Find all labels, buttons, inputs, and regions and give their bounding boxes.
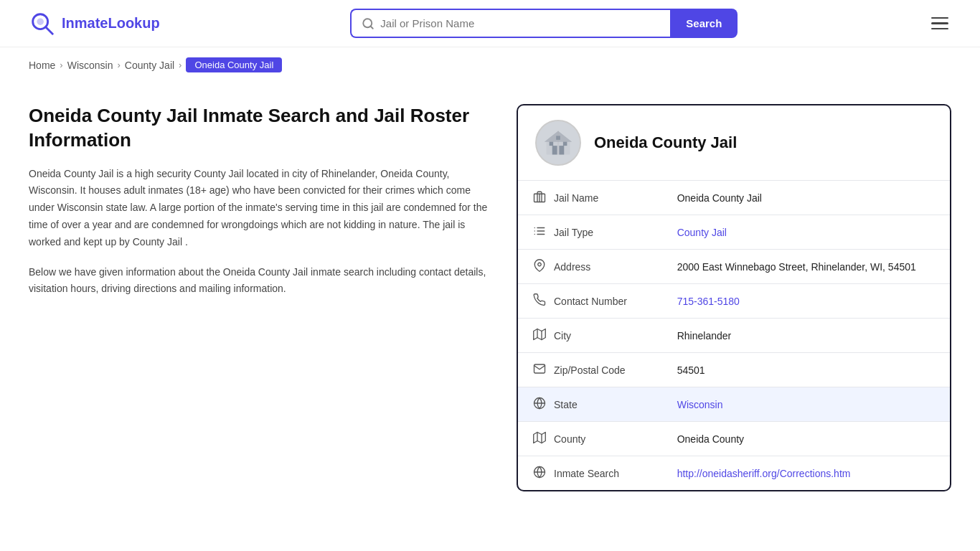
svg-rect-7 [552, 146, 557, 154]
row-label-address: Address [532, 259, 657, 274]
row-value-county: Oneida County [663, 422, 950, 456]
row-label-text: State [554, 399, 578, 410]
row-link-state[interactable]: Wisconsin [677, 399, 723, 410]
site-header: InmateLookup Search [0, 0, 980, 47]
card-title: Oneida County Jail [594, 133, 737, 152]
card-header: Oneida County Jail [518, 105, 950, 181]
row-value-jail-type[interactable]: County Jail [663, 215, 950, 250]
logo-icon [29, 10, 56, 37]
breadcrumb-home[interactable]: Home [29, 60, 55, 71]
svg-point-21 [538, 263, 542, 266]
phone-icon [532, 293, 547, 309]
breadcrumb-current: Oneida County Jail [186, 57, 282, 72]
main-layout: Oneida County Jail Inmate Search and Jai… [0, 83, 980, 534]
page-description-2: Below we have given information about th… [29, 264, 488, 298]
jail-building-icon [542, 127, 574, 159]
hamburger-line-3 [931, 28, 948, 30]
search-bar: Search [350, 9, 738, 38]
row-value-inmate-search[interactable]: http://oneidasheriff.org/Corrections.htm [663, 456, 950, 491]
pin-icon [532, 259, 547, 274]
row-label-text: Inmate Search [554, 468, 619, 479]
globe-icon [532, 397, 547, 412]
page-title: Oneida County Jail Inmate Search and Jai… [29, 104, 488, 153]
row-label-jail-name: Jail Name [532, 190, 657, 205]
table-row: Contact Number715-361-5180 [518, 284, 950, 319]
logo-text: InmateLookup [62, 15, 160, 32]
logo-link[interactable]: InmateLookup [29, 10, 160, 37]
row-label-text: County [554, 433, 585, 445]
table-row: CountyOneida County [518, 422, 950, 456]
row-label-text: City [554, 330, 571, 342]
row-value-jail-name: Oneida County Jail [663, 181, 950, 215]
breadcrumb: Home › Wisconsin › County Jail › Oneida … [0, 47, 980, 83]
table-row: Jail NameOneida County Jail [518, 181, 950, 215]
row-link-contact[interactable]: 715-361-5180 [677, 296, 740, 307]
row-value-contact[interactable]: 715-361-5180 [663, 284, 950, 319]
hamburger-line-2 [931, 22, 948, 24]
table-row: CityRhinelander [518, 319, 950, 353]
row-label-contact: Contact Number [532, 293, 657, 309]
building-icon [532, 190, 547, 205]
row-value-address: 2000 East Winnebago Street, Rhinelander,… [663, 250, 950, 284]
table-row: Jail TypeCounty Jail [518, 215, 950, 250]
svg-rect-10 [563, 142, 567, 146]
hamburger-menu-button[interactable] [928, 14, 951, 33]
row-label-text: Zip/Postal Code [554, 364, 626, 376]
search-button[interactable]: Search [670, 9, 738, 38]
table-row: Zip/Postal Code54501 [518, 353, 950, 387]
row-label-state: State [532, 397, 657, 412]
row-label-jail-type: Jail Type [532, 225, 657, 240]
row-label-county: County [532, 431, 657, 446]
mail-icon [532, 362, 547, 377]
table-row: StateWisconsin [518, 387, 950, 422]
row-label-zip: Zip/Postal Code [532, 362, 657, 377]
breadcrumb-county-jail[interactable]: County Jail [125, 60, 174, 71]
breadcrumb-sep-1: › [60, 60, 62, 70]
jail-info-card: Oneida County Jail Jail NameOneida Count… [517, 104, 951, 491]
row-label-city: City [532, 328, 657, 343]
row-link-jail-type[interactable]: County Jail [677, 227, 727, 238]
table-row: Inmate Searchhttp://oneidasheriff.org/Co… [518, 456, 950, 491]
svg-marker-22 [534, 329, 546, 340]
left-content: Oneida County Jail Inmate Search and Jai… [29, 104, 488, 491]
search-input-wrap [350, 9, 670, 38]
search-icon [362, 17, 374, 30]
row-value-state[interactable]: Wisconsin [663, 387, 950, 422]
page-description-1: Oneida County Jail is a high security Co… [29, 166, 488, 251]
info-table: Jail NameOneida County JailJail TypeCoun… [518, 181, 950, 490]
hamburger-line-1 [931, 17, 948, 19]
row-label-text: Address [554, 261, 590, 273]
row-value-city: Rhinelander [663, 319, 950, 353]
svg-line-1 [46, 27, 53, 34]
breadcrumb-wisconsin[interactable]: Wisconsin [67, 60, 113, 71]
svg-rect-8 [559, 146, 564, 154]
map-icon [532, 328, 547, 343]
search-input[interactable] [380, 10, 660, 37]
row-label-text: Jail Name [554, 192, 598, 204]
row-link-inmate-search[interactable]: http://oneidasheriff.org/Corrections.htm [677, 468, 851, 479]
row-label-inmate-search: Inmate Search [532, 466, 657, 481]
jail-avatar [535, 120, 581, 166]
breadcrumb-sep-3: › [179, 60, 182, 70]
breadcrumb-sep-2: › [118, 60, 121, 70]
map2-icon [532, 431, 547, 446]
table-row: Address2000 East Winnebago Street, Rhine… [518, 250, 950, 284]
row-label-text: Jail Type [554, 227, 593, 238]
row-label-text: Contact Number [554, 296, 627, 307]
list-icon [532, 225, 547, 240]
globe2-icon [532, 466, 547, 481]
row-value-zip: 54501 [663, 353, 950, 387]
svg-line-4 [371, 26, 373, 28]
svg-point-2 [37, 18, 44, 25]
svg-rect-9 [550, 142, 554, 146]
